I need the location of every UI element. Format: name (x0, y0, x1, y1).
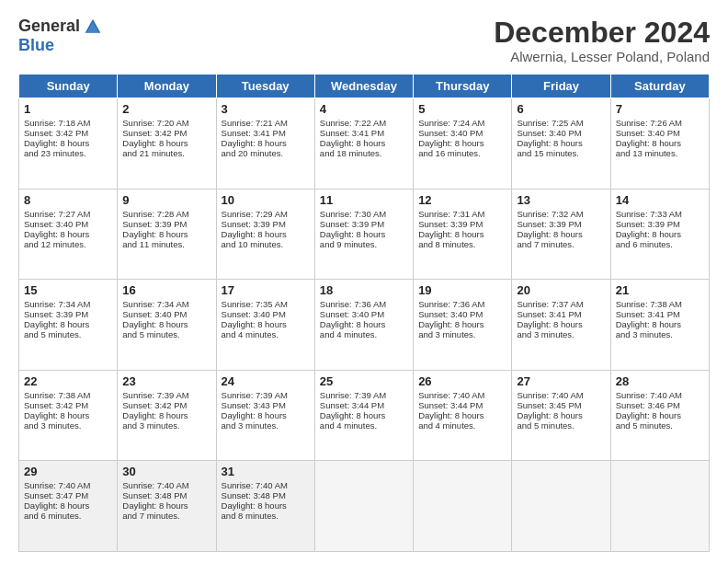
day-info-line: Daylight: 8 hours (24, 410, 112, 420)
calendar-cell: 13Sunrise: 7:32 AMSunset: 3:39 PMDayligh… (512, 189, 610, 280)
day-info-line: and 5 minutes. (517, 420, 605, 431)
calendar-cell: 15Sunrise: 7:34 AMSunset: 3:39 PMDayligh… (19, 280, 118, 371)
day-number: 15 (24, 283, 112, 297)
day-info-line: Daylight: 8 hours (24, 138, 112, 148)
calendar-cell: 11Sunrise: 7:30 AMSunset: 3:39 PMDayligh… (314, 189, 413, 280)
day-info-line: Sunrise: 7:39 AM (222, 390, 310, 400)
day-number: 1 (24, 102, 112, 116)
calendar-header-thursday: Thursday (414, 75, 512, 98)
calendar-cell: 23Sunrise: 7:39 AMSunset: 3:42 PMDayligh… (118, 370, 216, 461)
day-number: 24 (222, 374, 310, 388)
logo-blue-text: Blue (18, 36, 54, 55)
day-info-line: Sunset: 3:45 PM (517, 400, 605, 410)
day-info-line: Daylight: 8 hours (122, 229, 210, 239)
day-info-line: Daylight: 8 hours (24, 319, 112, 329)
day-number: 19 (418, 283, 506, 297)
calendar-cell: 31Sunrise: 7:40 AMSunset: 3:48 PMDayligh… (216, 461, 314, 552)
day-info-line: Sunrise: 7:25 AM (517, 118, 605, 128)
calendar-cell (512, 461, 610, 552)
day-info-line: Daylight: 8 hours (222, 229, 310, 239)
calendar-cell: 7Sunrise: 7:26 AMSunset: 3:40 PMDaylight… (610, 98, 709, 190)
day-number: 13 (517, 193, 605, 207)
calendar-cell: 2Sunrise: 7:20 AMSunset: 3:42 PMDaylight… (118, 98, 216, 190)
day-info-line: and 3 minutes. (418, 329, 506, 339)
day-info-line: Sunset: 3:39 PM (616, 219, 704, 229)
day-info-line: Sunrise: 7:21 AM (222, 118, 310, 128)
day-info-line: Daylight: 8 hours (222, 319, 310, 329)
day-info-line: Sunrise: 7:38 AM (24, 390, 112, 400)
day-info-line: Sunset: 3:42 PM (122, 400, 210, 410)
day-info-line: Daylight: 8 hours (122, 410, 210, 420)
day-info-line: Sunrise: 7:22 AM (320, 118, 408, 128)
day-info-line: Sunset: 3:43 PM (222, 400, 310, 410)
day-number: 10 (222, 193, 310, 207)
day-info-line: Sunrise: 7:30 AM (320, 209, 408, 219)
calendar-cell (610, 461, 709, 552)
day-info-line: Sunrise: 7:35 AM (222, 299, 310, 309)
day-info-line: Sunset: 3:41 PM (320, 128, 408, 138)
day-info-line: and 11 minutes. (122, 239, 210, 249)
day-info-line: Sunset: 3:47 PM (24, 490, 112, 500)
day-info-line: Daylight: 8 hours (517, 319, 605, 329)
day-info-line: Daylight: 8 hours (616, 410, 704, 420)
day-info-line: and 15 minutes. (517, 148, 605, 158)
day-info-line: Daylight: 8 hours (517, 410, 605, 420)
day-info-line: Sunrise: 7:37 AM (517, 299, 605, 309)
day-info-line: and 23 minutes. (24, 148, 112, 158)
calendar-cell: 1Sunrise: 7:18 AMSunset: 3:42 PMDaylight… (19, 98, 118, 190)
month-title: December 2024 (494, 17, 710, 49)
day-info-line: Daylight: 8 hours (320, 410, 408, 420)
day-number: 29 (24, 465, 112, 478)
calendar-header-wednesday: Wednesday (314, 75, 413, 98)
day-info-line: Daylight: 8 hours (418, 229, 506, 239)
day-info-line: and 4 minutes. (320, 420, 408, 431)
day-info-line: Sunset: 3:39 PM (24, 309, 112, 319)
day-info-line: Daylight: 8 hours (517, 229, 605, 239)
calendar-header-tuesday: Tuesday (216, 75, 314, 98)
page: General Blue December 2024 Alwernia, Les… (0, 0, 728, 563)
calendar-cell: 6Sunrise: 7:25 AMSunset: 3:40 PMDaylight… (512, 98, 610, 190)
day-info-line: Sunset: 3:41 PM (616, 309, 704, 319)
day-info-line: Sunset: 3:39 PM (122, 219, 210, 229)
day-number: 9 (122, 193, 210, 207)
day-info-line: and 16 minutes. (418, 148, 506, 158)
calendar-week-5: 29Sunrise: 7:40 AMSunset: 3:47 PMDayligh… (19, 461, 710, 552)
calendar-cell: 4Sunrise: 7:22 AMSunset: 3:41 PMDaylight… (314, 98, 413, 190)
day-info-line: and 6 minutes. (24, 511, 112, 521)
day-info-line: and 3 minutes. (616, 329, 704, 339)
day-info-line: Sunrise: 7:40 AM (418, 390, 506, 400)
calendar-cell: 25Sunrise: 7:39 AMSunset: 3:44 PMDayligh… (314, 370, 413, 461)
day-info-line: Sunset: 3:46 PM (616, 400, 704, 410)
calendar-cell: 18Sunrise: 7:36 AMSunset: 3:40 PMDayligh… (314, 280, 413, 371)
day-number: 30 (122, 465, 210, 478)
day-number: 23 (122, 374, 210, 388)
day-info-line: Daylight: 8 hours (122, 500, 210, 511)
location: Alwernia, Lesser Poland, Poland (494, 49, 710, 64)
day-number: 6 (517, 102, 605, 116)
calendar-cell: 30Sunrise: 7:40 AMSunset: 3:48 PMDayligh… (118, 461, 216, 552)
day-number: 26 (418, 374, 506, 388)
day-number: 5 (418, 102, 506, 116)
day-info-line: Daylight: 8 hours (24, 229, 112, 239)
calendar-header-row: SundayMondayTuesdayWednesdayThursdayFrid… (19, 75, 710, 98)
day-info-line: Sunset: 3:44 PM (418, 400, 506, 410)
day-info-line: and 4 minutes. (418, 420, 506, 431)
day-number: 8 (24, 193, 112, 207)
day-info-line: Daylight: 8 hours (418, 410, 506, 420)
day-number: 31 (222, 465, 310, 478)
day-info-line: and 18 minutes. (320, 148, 408, 158)
day-info-line: Sunrise: 7:36 AM (418, 299, 506, 309)
day-info-line: Sunrise: 7:40 AM (122, 480, 210, 490)
day-info-line: and 21 minutes. (122, 148, 210, 158)
calendar-cell (314, 461, 413, 552)
day-info-line: Daylight: 8 hours (418, 138, 506, 148)
day-number: 16 (122, 283, 210, 297)
day-info-line: and 10 minutes. (222, 239, 310, 249)
day-number: 22 (24, 374, 112, 388)
day-info-line: and 7 minutes. (122, 511, 210, 521)
calendar-week-1: 1Sunrise: 7:18 AMSunset: 3:42 PMDaylight… (19, 98, 710, 190)
day-number: 4 (320, 102, 408, 116)
day-info-line: and 6 minutes. (616, 239, 704, 249)
day-number: 21 (616, 283, 704, 297)
calendar-header-sunday: Sunday (19, 75, 118, 98)
